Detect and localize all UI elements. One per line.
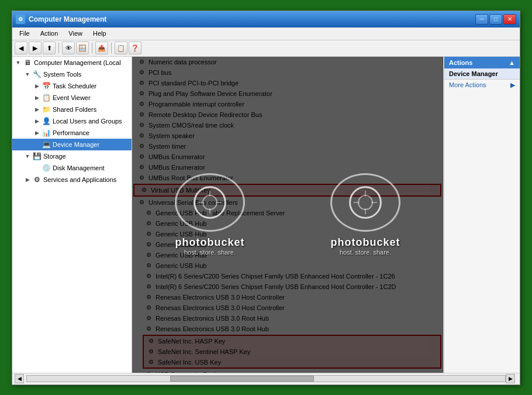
horizontal-scrollbar[interactable] xyxy=(26,375,506,382)
tree-event-viewer[interactable]: ▶ 📋 Event Viewer xyxy=(12,92,132,104)
device-name: Generic USB Hub xyxy=(156,252,206,259)
menu-action[interactable]: Action xyxy=(36,29,63,38)
tree-computer-management[interactable]: ▼ 🖥 Computer Management (Local xyxy=(12,57,132,68)
device-name: UMBus Enumerator xyxy=(148,164,205,171)
scroll-right-btn[interactable]: ▶ xyxy=(506,374,515,383)
toolbar-help[interactable]: ❓ xyxy=(129,42,141,54)
device-icon: ⚙ xyxy=(137,78,146,88)
label-task-scheduler: Task Scheduler xyxy=(53,83,96,90)
menu-help[interactable]: Help xyxy=(88,29,111,38)
device-name: System speaker xyxy=(148,132,195,139)
safenet-sentinel-hasp-key[interactable]: ⚙ SafeNet Inc. Sentinel HASP Key xyxy=(144,346,440,357)
expander-disk-management[interactable] xyxy=(32,163,42,173)
device-icon: ⚙ xyxy=(137,131,146,140)
list-item[interactable]: ⚙ Programmable interrupt controller xyxy=(132,99,443,109)
list-item[interactable]: ⚙ UMBus Enumerator xyxy=(132,152,443,162)
more-actions-label: More Actions xyxy=(449,81,486,88)
device-name: USB Composite Device xyxy=(156,371,223,373)
expander-device-manager[interactable] xyxy=(32,140,42,149)
expander-performance[interactable]: ▶ xyxy=(32,128,42,138)
list-item[interactable]: ⚙ Generic USB Hub xyxy=(132,218,443,229)
device-icon: ⚙ xyxy=(144,229,153,239)
list-item[interactable]: ⚙ Renesas Electronics USB 3.0 Root Hub xyxy=(132,313,443,324)
toolbar-show-hide[interactable]: 👁 xyxy=(62,42,75,54)
list-item[interactable]: ⚙ Renesas Electronics USB 3.0 Root Hub xyxy=(132,324,443,334)
list-item[interactable]: ⚙ System CMOS/real time clock xyxy=(132,120,443,130)
tree-storage[interactable]: ▼ 💾 Storage xyxy=(12,150,132,162)
menu-file[interactable]: File xyxy=(15,29,34,38)
expander-local-users[interactable]: ▶ xyxy=(32,116,42,126)
list-item[interactable]: ⚙ Generic USB Hub xyxy=(132,239,443,250)
virtual-usb-multikey-item[interactable]: ⚙ Virtual USB MultiKey xyxy=(133,184,441,197)
tree-performance[interactable]: ▶ 📊 Performance xyxy=(12,127,132,139)
device-icon: ⚙ xyxy=(144,272,153,281)
usb-controllers-label: Universal Serial Bus controllers xyxy=(148,199,238,206)
usb-controllers-section: ⚙ Universal Serial Bus controllers xyxy=(132,197,443,208)
scrollbar-thumb[interactable] xyxy=(170,376,313,382)
list-item[interactable]: ⚙ Renesas Electronics USB 3.0 Host Contr… xyxy=(132,292,443,303)
safenet-hasp-key[interactable]: ⚙ SafeNet Inc. HASP Key xyxy=(144,336,440,346)
list-item[interactable]: ⚙ Plug and Play Software Device Enumerat… xyxy=(132,88,443,99)
list-item[interactable]: ⚙ Generic USB Hub xyxy=(132,250,443,260)
list-item[interactable]: ⚙ Renesas Electronics USB 3.0 Host Contr… xyxy=(132,303,443,313)
list-item[interactable]: ⚙ Numeric data processor xyxy=(132,57,443,67)
icon-storage: 💾 xyxy=(32,152,42,161)
scroll-left-btn[interactable]: ◀ xyxy=(15,374,24,383)
toolbar-properties[interactable]: 📋 xyxy=(115,42,127,54)
list-item[interactable]: ⚙ Intel(R) 6 Series/C200 Series Chipset … xyxy=(132,281,443,292)
list-item[interactable]: ⚙ Generic USB Hub xyxy=(132,260,443,271)
device-icon: ⚙ xyxy=(144,240,153,249)
label-local-users: Local Users and Groups xyxy=(53,118,122,125)
icon-shared-folders: 📁 xyxy=(42,105,51,114)
main-window: ⚙ Computer Management ─ □ ✕ File Action … xyxy=(12,11,520,385)
list-item[interactable]: ⚙ Intel(R) 6 Series/C200 Series Chipset … xyxy=(132,271,443,281)
expander-computer-management[interactable]: ▼ xyxy=(13,58,23,67)
device-name: Intel(R) 6 Series/C200 Series Chipset Fa… xyxy=(156,273,395,280)
maximize-button[interactable]: □ xyxy=(489,14,502,25)
tree-local-users[interactable]: ▶ 👤 Local Users and Groups xyxy=(12,115,132,127)
more-actions-item[interactable]: More Actions ▶ xyxy=(444,80,520,91)
list-item[interactable]: ⚙ System speaker xyxy=(132,130,443,141)
expander-services[interactable]: ▶ xyxy=(23,175,32,184)
expander-task-scheduler[interactable]: ▶ xyxy=(32,81,42,91)
list-item[interactable]: ⚙ UMBus Root Bus Enumerator xyxy=(132,173,443,183)
toolbar-back[interactable]: ◀ xyxy=(15,42,27,54)
tree-task-scheduler[interactable]: ▶ 📅 Task Scheduler xyxy=(12,80,132,92)
toolbar-sep-2 xyxy=(92,43,92,53)
toolbar-forward[interactable]: ▶ xyxy=(29,42,42,54)
tree-services-apps[interactable]: ▶ ⚙ Services and Applications xyxy=(12,174,132,186)
label-system-tools: System Tools xyxy=(43,71,81,78)
list-item[interactable]: ⚙ Generic USB Hub - able Replacement Ser… xyxy=(132,208,443,218)
device-name: Renesas Electronics USB 3.0 Root Hub xyxy=(156,315,269,322)
close-button[interactable]: ✕ xyxy=(503,14,516,25)
device-name: System timer xyxy=(148,143,186,150)
list-item[interactable]: ⚙ PCI standard PCI-to-PCI bridge xyxy=(132,78,443,88)
actions-collapse-icon[interactable]: ▲ xyxy=(509,59,515,66)
menu-view[interactable]: View xyxy=(64,29,87,38)
toolbar-up[interactable]: ⬆ xyxy=(43,42,56,54)
actions-header: Actions ▲ xyxy=(444,57,520,68)
device-icon: ⚙ xyxy=(144,250,153,260)
toolbar-new-window[interactable]: 🪟 xyxy=(76,42,89,54)
device-icon: ⚙ xyxy=(144,282,153,291)
tree-device-manager[interactable]: 💻 Device Manager xyxy=(12,139,132,150)
expander-system-tools[interactable]: ▼ xyxy=(23,70,32,79)
tree-shared-folders[interactable]: ▶ 📁 Shared Folders xyxy=(12,104,132,115)
device-icon: ⚙ xyxy=(137,173,146,183)
minimize-button[interactable]: ─ xyxy=(475,14,488,25)
tree-system-tools[interactable]: ▼ 🔧 System Tools xyxy=(12,68,132,80)
icon-services: ⚙ xyxy=(32,175,42,184)
list-item[interactable]: ⚙ Generic USB Hub xyxy=(132,229,443,239)
list-item[interactable]: ⚙ USB Composite Device xyxy=(132,369,443,373)
expander-event-viewer[interactable]: ▶ xyxy=(32,93,42,102)
safenet-usb-key[interactable]: ⚙ SafeNet Inc. USB Key xyxy=(144,357,440,367)
list-item[interactable]: ⚙ System timer xyxy=(132,141,443,152)
list-item[interactable]: ⚙ Remote Desktop Device Redirector Bus xyxy=(132,109,443,120)
toolbar-export[interactable]: 📤 xyxy=(95,42,108,54)
expander-storage[interactable]: ▼ xyxy=(23,152,32,161)
list-item[interactable]: ⚙ PCI bus xyxy=(132,67,443,78)
tree-disk-management[interactable]: 💿 Disk Management xyxy=(12,162,132,174)
device-name: Remote Desktop Device Redirector Bus xyxy=(148,111,262,118)
list-item[interactable]: ⚙ UMBus Enumerator xyxy=(132,162,443,173)
expander-shared-folders[interactable]: ▶ xyxy=(32,105,42,114)
